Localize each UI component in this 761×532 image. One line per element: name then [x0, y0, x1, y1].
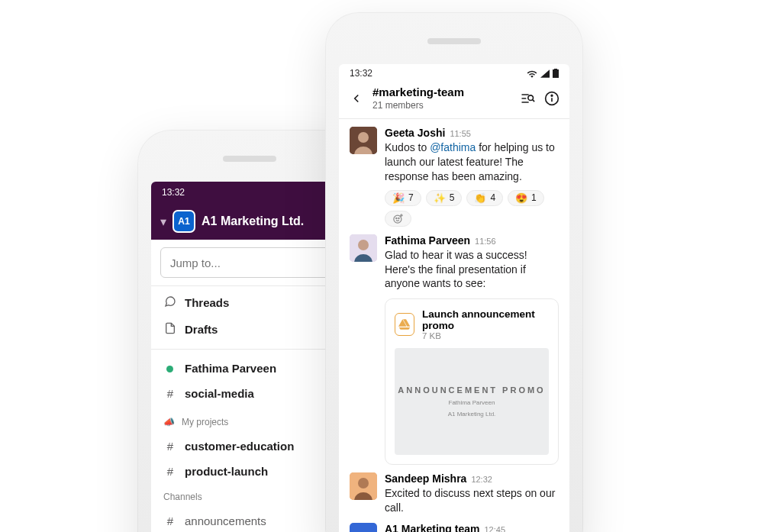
group-label: Channels — [163, 492, 202, 502]
phone-device-right: 13:32 #marketing-team 21 members — [325, 12, 583, 532]
channel-header: #marketing-team 21 members — [339, 82, 569, 119]
reaction-chip[interactable]: 😍 1 — [508, 190, 544, 206]
nav-drafts-label: Drafts — [185, 323, 218, 336]
channel-label: announcements — [185, 514, 266, 527]
message-time: 11:55 — [450, 129, 471, 138]
dm-item[interactable]: Fathima Parveen — [151, 356, 348, 381]
message-list[interactable]: Geeta Joshi 11:55 Kudos to @fathima for … — [339, 119, 569, 532]
expand-icon: ▾ — [160, 214, 166, 229]
channel-subtitle: 21 members — [372, 100, 511, 111]
reaction-emoji: ✨ — [434, 192, 446, 204]
info-button[interactable] — [543, 90, 560, 107]
svg-point-11 — [358, 132, 369, 143]
reaction-chip[interactable]: 🎉 7 — [385, 190, 421, 206]
file-preview[interactable]: ANNOUNCEMENT PROMO Fathima Parveen A1 Ma… — [395, 348, 549, 455]
svg-point-12 — [394, 215, 401, 223]
nav-threads[interactable]: Threads — [151, 289, 348, 316]
filter-search-button[interactable] — [519, 90, 536, 107]
workspace-header[interactable]: ▾ A1 A1 Marketing Ltd. — [151, 203, 348, 240]
nav-starred: Fathima Parveen # social-media — [151, 353, 348, 409]
reactions-row: 🎉 7 ✨ 5 👏 4 😍 1 — [385, 190, 559, 227]
add-reaction-button[interactable] — [385, 211, 411, 227]
status-bar: 13:32 — [339, 64, 569, 82]
wifi-icon — [527, 69, 537, 78]
mention-link[interactable]: @fathima — [430, 141, 476, 153]
file-meta: 7 KB — [422, 331, 549, 340]
message-text: Kudos to @fathima for helping us to laun… — [385, 140, 559, 184]
channel-item[interactable]: # social-media — [151, 381, 348, 406]
group-icon: 📣 — [163, 417, 174, 427]
phone-screen-left: 13:32 ▾ A1 A1 Marketing Ltd. Threads Dra… — [151, 182, 348, 532]
svg-rect-1 — [554, 69, 557, 69]
group-label: My projects — [182, 417, 228, 427]
reaction-emoji: 👏 — [474, 192, 486, 204]
back-button[interactable] — [348, 90, 365, 107]
message[interactable]: Sandeep Mishra 12:32 Excited to discuss … — [339, 465, 569, 515]
divider — [151, 349, 348, 350]
avatar[interactable] — [350, 472, 377, 500]
message[interactable]: Fathima Parveen 11:56 Glad to hear it wa… — [339, 227, 569, 466]
message-author[interactable]: Sandeep Mishra — [385, 472, 466, 485]
preview-line: A1 Marketing Ltd. — [448, 411, 496, 418]
avatar[interactable] — [350, 127, 377, 154]
svg-point-18 — [358, 240, 369, 250]
group-my-projects[interactable]: 📣 My projects — [151, 409, 348, 434]
status-icons — [527, 69, 559, 78]
jump-to-wrapper — [151, 240, 348, 286]
presence-icon — [163, 362, 177, 375]
channel-item[interactable]: # product-launch — [151, 459, 348, 484]
message-author[interactable]: Geeta Joshi — [385, 127, 445, 139]
status-time: 13:32 — [350, 68, 372, 79]
channel-name: #marketing-team — [372, 85, 511, 98]
app-name[interactable]: A1 Marketing team — [385, 523, 479, 532]
hash-icon: # — [163, 514, 177, 527]
file-attachment[interactable]: Launch announcement promo 7 KB ANNOUNCEM… — [385, 298, 559, 465]
message-text: Glad to hear it was a success! Here's th… — [385, 248, 559, 292]
message-time: 12:32 — [471, 475, 492, 484]
channel-item[interactable]: # customer-education — [151, 434, 348, 459]
message-time: 11:56 — [475, 237, 496, 246]
drafts-icon — [163, 322, 177, 337]
avatar[interactable] — [350, 234, 377, 262]
svg-rect-0 — [553, 69, 559, 78]
svg-point-14 — [398, 218, 399, 218]
hash-icon: # — [163, 387, 177, 400]
reaction-count: 4 — [490, 192, 495, 203]
channel-name-text: marketing-team — [379, 85, 464, 98]
channel-item[interactable]: # announcements — [151, 508, 348, 532]
threads-icon — [163, 295, 177, 310]
svg-point-9 — [551, 95, 553, 96]
app-message[interactable]: 31 A1 Marketing team 12:45 Event startin… — [339, 515, 569, 532]
reaction-chip[interactable]: 👏 4 — [466, 190, 503, 206]
calendar-app-icon: 31 — [350, 523, 377, 532]
preview-title: ANNOUNCEMENT PROMO — [398, 385, 545, 395]
channel-title-block[interactable]: #marketing-team 21 members — [372, 85, 511, 111]
message[interactable]: Geeta Joshi 11:55 Kudos to @fathima for … — [339, 119, 569, 227]
channel-label: customer-education — [185, 440, 294, 453]
workspace-logo: A1 — [174, 211, 194, 231]
hash-icon: # — [163, 465, 177, 478]
reaction-count: 7 — [408, 192, 414, 203]
svg-point-5 — [528, 95, 534, 100]
reaction-count: 1 — [531, 192, 537, 203]
reaction-emoji: 🎉 — [392, 192, 405, 204]
hash-icon: # — [163, 440, 177, 453]
channel-label: product-launch — [185, 465, 268, 478]
message-author[interactable]: Fathima Parveen — [385, 234, 470, 247]
google-drive-icon — [395, 313, 414, 336]
workspace-name: A1 Marketing Ltd. — [202, 214, 304, 228]
nav-threads-label: Threads — [185, 296, 229, 309]
group-channels[interactable]: Channels — [151, 484, 348, 508]
message-text: Excited to discuss next steps on our cal… — [385, 486, 559, 515]
svg-line-6 — [533, 99, 535, 102]
reaction-count: 5 — [450, 192, 455, 203]
reaction-chip[interactable]: ✨ 5 — [426, 190, 463, 206]
phone-speaker — [223, 156, 276, 162]
jump-to-input[interactable] — [160, 247, 339, 278]
phone-screen-right: 13:32 #marketing-team 21 members — [339, 64, 569, 532]
message-time: 12:45 — [484, 525, 505, 532]
battery-icon — [553, 69, 559, 78]
svg-point-20 — [358, 478, 369, 488]
text-fragment: Kudos to — [385, 141, 430, 153]
nav-drafts[interactable]: Drafts — [151, 316, 348, 343]
